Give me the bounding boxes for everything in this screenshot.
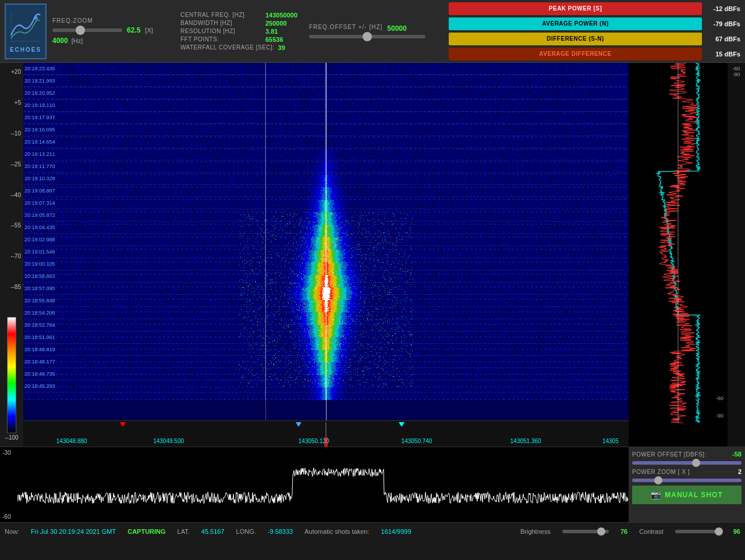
difference-bar: Difference (S-N) [449,33,702,45]
right-panel: -60 -90 [629,63,745,447]
freq-tick-3: 143050.120 [299,438,329,444]
secondary-vline [265,63,266,420]
y-label-55: --55 [2,222,21,229]
right-controls: Power offset [dBFs]: -58 Power zoom [ X … [629,447,745,522]
power-zoom-slider-row [632,479,742,482]
power-y-labels: -30 -60 [2,447,10,522]
lat-value: 45.5167 [201,528,225,535]
svg-point-1 [34,16,38,20]
y-label-5: +5 [2,99,21,106]
avg-power-value: -79 dBFs [705,20,740,27]
power-offset-value: -58 [732,451,742,458]
freq-offset-label: Freq.offset +/- [Hz] [309,24,382,30]
freq-zoom-slider[interactable] [52,28,122,32]
y-axis: +20 +5 --10 --25 --40 --55 --70 --85 --1… [0,63,23,447]
shots-value: 1614/9999 [381,528,411,535]
y-label-20: +20 [2,69,21,75]
power-canvas [17,453,629,517]
manual-shot-label: Manual Shot [665,491,722,499]
shots-label: Automatic shots taken: [304,528,369,535]
power-y-60: -60 [2,513,10,520]
fft-label: FFT points: [180,36,262,43]
power-indicators: Peak power [S] -12 dBFs Average power (N… [449,2,740,60]
freq-zoom-section: Freq.zoom 62.5 [X] 4000 [Hz] [52,17,169,45]
power-zoom-value: 2 [738,468,742,475]
central-freq-value: 143050000 [265,12,297,19]
bandwidth-value: 250000 [265,20,287,27]
waterfall-value: 39 [278,44,285,51]
contrast-slider[interactable] [675,530,722,533]
header: ECHOES Freq.zoom 62.5 [X] 4000 [Hz] Cent… [0,0,745,63]
colorscale-min: --100 [5,434,18,441]
contrast-slider-container [675,530,722,533]
central-freq-label: Central freq. [Hz] [180,12,262,19]
waterfall-label: Waterfall coverage [sec]: [180,44,275,51]
hz-value: 4000 [52,37,68,45]
brightness-slider[interactable] [562,530,609,533]
bottom-section: -30 -60 Power offset [dBFs]: -58 Power z… [0,447,745,522]
freq-tick-5: 143051.360 [510,438,541,444]
contrast-label: Contrast [639,528,664,535]
power-zoom-label: Power zoom [ X ] [632,469,690,475]
waterfall[interactable]: 20:19:23.43520:19:21.99320:19:20.95220:1… [23,63,629,420]
hz-unit: [Hz] [72,37,83,44]
power-zoom-slider[interactable] [632,479,742,482]
power-offset-slider[interactable] [632,461,742,465]
freq-offset-slider[interactable] [309,35,425,38]
freq-tick-6: 14305 [602,438,619,444]
logo: ECHOES [5,3,47,59]
freq-tick-1: 143048.880 [56,438,87,444]
y-label-10: --10 [2,130,21,137]
spectrum-chart [629,63,728,447]
brightness-value: 76 [620,528,627,535]
spec-y-top: -60 [729,66,744,72]
y-label-25: --25 [2,161,21,167]
avg-power-bar: Average power (N) [449,17,702,30]
avg-power-row: Average power (N) -79 dBFs [449,17,740,30]
avg-diff-bar: Average difference [449,48,702,60]
freq-zoom-unit: [X] [145,27,152,34]
freq-tick-2: 143049.500 [153,438,184,444]
power-chart: -30 -60 [0,447,629,522]
waterfall-container: 20:19:23.43520:19:21.99320:19:20.95220:1… [23,63,629,447]
y-label-40: --40 [2,192,21,198]
freq-zoom-value: 62.5 [127,26,140,34]
status-bar: Now: Fri Jul 30 20:19:24 2021 GMT CAPTUR… [0,522,745,540]
manual-shot-button[interactable]: 📷 Manual Shot [632,486,742,504]
y-label-70: --70 [2,253,21,259]
bandwidth-label: Bandwidth [Hz] [180,20,262,27]
now-label: Now: [5,528,19,535]
spec-y-mid: -90 [729,72,744,77]
freq-tick-4: 143050.740 [402,438,432,444]
logo-text: ECHOES [10,47,41,53]
peak-power-bar: Peak power [S] [449,2,702,15]
difference-row: Difference (S-N) 67 dBFs [449,33,740,45]
avg-diff-value: 15 dBFs [705,51,740,58]
spectrum-canvas [629,63,728,423]
camera-icon: 📷 [651,490,661,500]
capturing-label: CAPTURING [127,528,165,535]
power-y-30: -30 [2,450,10,456]
freq-offset-section: Freq.offset +/- [Hz] 50000 [309,24,437,38]
freq-zoom-label: Freq.zoom [52,17,169,24]
resolution-value: 3.81 [265,28,278,35]
peak-power-value: -12 dBFs [705,5,740,12]
brightness-label: Brightness [520,528,551,535]
contrast-value: 96 [733,528,740,535]
spectrum-y-axis: -60 -90 [728,63,745,447]
center-params: Central freq. [Hz] 143050000 Bandwidth [… [180,12,297,51]
lat-label: LAT. [178,528,190,535]
difference-value: 67 dBFs [705,35,740,42]
resolution-label: Resolution [Hz] [180,28,262,35]
y-label-85: --85 [2,284,21,290]
main-area: +20 +5 --10 --25 --40 --55 --70 --85 --1… [0,63,745,447]
power-offset-slider-row [632,461,742,465]
peak-power-row: Peak power [S] -12 dBFs [449,2,740,15]
datetime: Fri Jul 30 20:19:24 2021 GMT [31,528,116,535]
long-value: -9.58333 [268,528,293,535]
center-vline [326,63,327,420]
power-offset-label: Power offset [dBFs]: [632,451,707,458]
freq-ruler: 143048.880 143049.500 143050.120 143050.… [23,420,629,447]
freq-offset-value: 50000 [387,24,406,33]
long-label: LONG. [236,528,256,535]
